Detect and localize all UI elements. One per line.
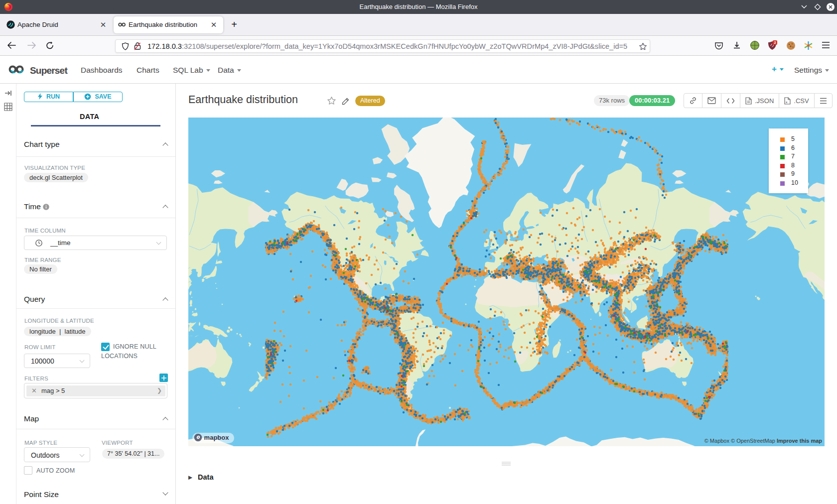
- svg-text:2: 2: [774, 40, 776, 45]
- svg-text:x: x: [786, 101, 788, 104]
